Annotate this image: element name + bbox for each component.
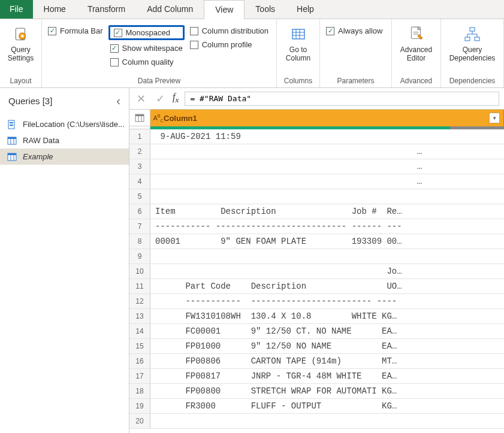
row-number: 15 <box>129 339 150 353</box>
query-item-example[interactable]: Example <box>0 149 129 165</box>
svg-rect-30 <box>135 114 144 116</box>
column-quality-checkbox[interactable]: Column quality <box>110 57 183 66</box>
formula-input[interactable] <box>185 92 499 106</box>
row-number: 5 <box>129 189 150 204</box>
commit-formula-icon[interactable]: ✓ <box>153 92 167 105</box>
group-advanced: Advanced <box>398 74 434 86</box>
goto-column-button[interactable]: Go to Column <box>283 23 313 62</box>
table-row[interactable]: 10 Jo… <box>129 264 504 279</box>
cell-value: … <box>150 159 504 174</box>
row-number: 4 <box>129 174 150 189</box>
cell-value: ----------- ------------------------ ---… <box>150 294 504 308</box>
group-parameters: Parameters <box>326 74 385 86</box>
query-item-filelocation[interactable]: FileLocation (C:\Users\lisde... <box>0 116 129 132</box>
row-number: 13 <box>129 309 150 323</box>
column-profile-checkbox[interactable]: Column profile <box>190 40 268 49</box>
row-number: 17 <box>129 369 150 383</box>
menu-bar: File Home Transform Add Column View Tool… <box>0 0 504 19</box>
tab-file[interactable]: File <box>0 0 33 19</box>
table-row[interactable]: 15 FP01000 9" 12/50 NO NAME EA… <box>129 339 504 354</box>
row-number: 19 <box>129 399 150 413</box>
svg-rect-12 <box>465 37 470 41</box>
svg-rect-19 <box>10 122 13 123</box>
monospaced-checkbox[interactable]: Monospaced <box>114 28 179 37</box>
table-corner-menu[interactable] <box>129 110 150 126</box>
row-number: 1 <box>129 129 150 144</box>
data-table: ABC Column1 ▾ 1 9-AUG-2021 11:592 …3 <box>129 110 504 433</box>
query-list: FileLocation (C:\Users\lisde... RAW Data… <box>0 114 129 167</box>
tab-help[interactable]: Help <box>286 0 325 19</box>
table-row[interactable]: 16 FP00806 CARTON TAPE (914m) MT… <box>129 354 504 369</box>
svg-rect-26 <box>8 153 16 155</box>
collapse-panel-icon[interactable]: ‹ <box>116 94 120 108</box>
table-row[interactable]: 1 9-AUG-2021 11:59 <box>129 129 504 144</box>
always-allow-checkbox[interactable]: Always allow <box>326 26 382 35</box>
row-number: 7 <box>129 219 150 234</box>
table-row[interactable]: 800001 9" GEN FOAM PLATE 193309 00… <box>129 234 504 249</box>
svg-point-2 <box>21 35 23 37</box>
cell-value: … <box>150 144 504 159</box>
row-number: 3 <box>129 159 150 174</box>
tab-home[interactable]: Home <box>33 0 77 19</box>
group-dependencies: Dependencies <box>447 74 497 86</box>
query-settings-button[interactable]: Query Settings <box>6 23 35 62</box>
cell-value: FW1310108WH 130.4 X 10.8 WHITE KG… <box>150 309 504 323</box>
row-number: 10 <box>129 264 150 278</box>
table-row[interactable]: 6Item Description Job # Re… <box>129 204 504 219</box>
table-row[interactable]: 11 Part Code Description UO… <box>129 279 504 294</box>
monospaced-highlight: Monospaced <box>108 25 185 40</box>
cell-value: Item Description Job # Re… <box>150 204 504 219</box>
table-row[interactable]: 20 <box>129 414 504 429</box>
row-number: 14 <box>129 324 150 338</box>
row-number: 20 <box>129 414 150 428</box>
queries-panel: Queries [3] ‹ FileLocation (C:\Users\lis… <box>0 88 129 433</box>
show-whitespace-checkbox[interactable]: Show whitespace <box>110 44 183 53</box>
cell-value: FP00806 CARTON TAPE (914m) MT… <box>150 354 504 368</box>
table-row[interactable]: 4 … <box>129 174 504 189</box>
fx-icon[interactable]: fx <box>173 92 179 105</box>
table-row[interactable]: 19 FR3000 FLUFF - OUTPUT KG… <box>129 399 504 414</box>
row-number: 6 <box>129 204 150 219</box>
query-dependencies-button[interactable]: Query Dependencies <box>448 23 496 62</box>
tab-view[interactable]: View <box>204 0 245 19</box>
queries-title: Queries [3] <box>8 96 52 106</box>
svg-rect-11 <box>470 28 475 31</box>
row-number: 18 <box>129 384 150 398</box>
svg-rect-22 <box>8 137 16 139</box>
query-item-raw-data[interactable]: RAW Data <box>0 132 129 149</box>
tab-tools[interactable]: Tools <box>245 0 286 19</box>
checkbox-icon <box>114 29 122 37</box>
table-row[interactable]: 14 FC00001 9" 12/50 CT. NO NAME EA… <box>129 324 504 339</box>
checkbox-icon <box>48 27 56 35</box>
table-row[interactable]: 2 … <box>129 144 504 159</box>
column-distribution-checkbox[interactable]: Column distribution <box>190 26 268 35</box>
goto-column-label: Go to Column <box>283 46 313 62</box>
formula-bar-checkbox[interactable]: Formula Bar <box>48 26 103 35</box>
group-columns: Columns <box>283 74 313 86</box>
table-row[interactable]: 12 ----------- ------------------------ … <box>129 294 504 309</box>
advanced-editor-button[interactable]: Advanced Editor <box>400 23 433 62</box>
table-row[interactable]: 5 <box>129 189 504 204</box>
cell-value: Jo… <box>150 264 504 278</box>
cell-value: FP00800 STRETCH WRAP FOR AUTOMATI KG… <box>150 384 504 398</box>
document-pencil-icon <box>409 26 424 43</box>
group-layout: Layout <box>6 74 35 86</box>
table-row[interactable]: 13 FW1310108WH 130.4 X 10.8 WHITE KG… <box>129 309 504 324</box>
tab-add-column[interactable]: Add Column <box>136 0 204 19</box>
table-row[interactable]: 7----------- -------------------------- … <box>129 219 504 234</box>
table-row[interactable]: 17 FP00817 JNRP - TGR-4 48M WHITE EA… <box>129 369 504 384</box>
column-header-column1[interactable]: ABC Column1 ▾ <box>150 110 504 126</box>
column-filter-dropdown[interactable]: ▾ <box>489 113 500 123</box>
table-row[interactable]: 18 FP00800 STRETCH WRAP FOR AUTOMATI KG… <box>129 384 504 399</box>
cell-value: FP00817 JNRP - TGR-4 48M WHITE EA… <box>150 369 504 383</box>
gear-icon <box>13 26 29 43</box>
cell-value: FR3000 FLUFF - OUTPUT KG… <box>150 399 504 413</box>
cancel-formula-icon[interactable]: ✕ <box>134 92 147 105</box>
table-row[interactable]: 3 … <box>129 159 504 174</box>
svg-rect-20 <box>10 125 13 126</box>
checkbox-icon <box>326 27 334 35</box>
tab-transform[interactable]: Transform <box>77 0 136 19</box>
table-row[interactable]: 9 <box>129 249 504 264</box>
cell-value: FP01000 9" 12/50 NO NAME EA… <box>150 339 504 353</box>
parameter-icon <box>7 120 17 129</box>
